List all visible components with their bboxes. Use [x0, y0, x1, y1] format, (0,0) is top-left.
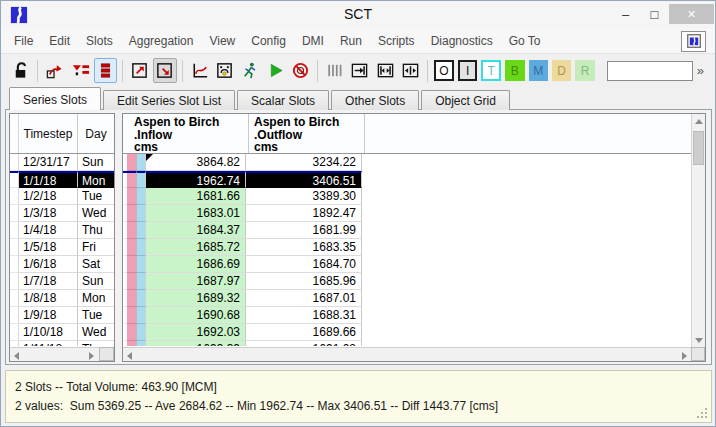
outflow-value-cell[interactable]: 3234.22	[246, 154, 362, 171]
timestep-cell[interactable]: 1/10/18	[19, 324, 78, 341]
close-button[interactable]: ×	[669, 4, 714, 24]
timestep-cell[interactable]: 1/3/18	[19, 205, 78, 222]
day-cell[interactable]: Thu	[78, 222, 114, 239]
timestep-column-header[interactable]: Timestep	[19, 114, 78, 153]
fit-column-both-button[interactable]	[373, 58, 396, 83]
value-row[interactable]: 3864.823234.22	[123, 154, 692, 171]
collapse-slot-button[interactable]	[153, 58, 176, 83]
plot-button[interactable]	[188, 58, 211, 83]
column-dividers-button[interactable]	[323, 58, 346, 83]
tab-edit-series-slot-list[interactable]: Edit Series Slot List	[103, 90, 235, 110]
shift-rows-button[interactable]	[43, 58, 66, 83]
inflow-value-cell[interactable]: 3864.82	[146, 154, 246, 171]
lock-button[interactable]	[9, 58, 32, 83]
menu-item-view[interactable]: View	[201, 30, 243, 52]
value-row[interactable]: 1962.743406.51	[123, 171, 692, 188]
output-flag-button[interactable]: O	[434, 60, 454, 81]
scroll-up-icon[interactable]	[692, 114, 705, 129]
timestep-row[interactable]: 1/7/18Sun	[10, 273, 114, 290]
value-row[interactable]: 1687.971685.96	[123, 273, 692, 290]
day-cell[interactable]: Fri	[78, 239, 114, 256]
values-hscrollbar[interactable]	[123, 347, 691, 361]
inflow-value-cell[interactable]: 1684.37	[146, 222, 246, 239]
value-row[interactable]: 1685.721683.35	[123, 239, 692, 256]
outflow-value-cell[interactable]: 1687.01	[246, 290, 362, 307]
timestep-cell[interactable]: 1/4/18	[19, 222, 78, 239]
timestep-row[interactable]: 1/9/18Tue	[10, 307, 114, 324]
menu-item-run[interactable]: Run	[332, 30, 370, 52]
timestep-row[interactable]: 1/2/18Tue	[10, 188, 114, 205]
tab-series-slots[interactable]: Series Slots	[9, 87, 101, 110]
inflow-value-cell[interactable]: 1962.74	[146, 171, 246, 188]
menu-item-file[interactable]: File	[6, 30, 41, 52]
value-row[interactable]: 1681.663389.30	[123, 188, 692, 205]
inflow-value-cell[interactable]: 1683.01	[146, 205, 246, 222]
inflow-value-cell[interactable]: 1685.72	[146, 239, 246, 256]
outflow-value-cell[interactable]: 3406.51	[246, 171, 362, 188]
timestep-cell[interactable]: 1/1/18	[19, 171, 78, 188]
menu-item-edit[interactable]: Edit	[41, 30, 78, 52]
resize-grip[interactable]	[705, 416, 707, 418]
abort-run-button[interactable]	[289, 58, 312, 83]
best-efficiency-flag-button[interactable]: B	[505, 60, 524, 81]
scroll-left-icon[interactable]	[10, 348, 24, 361]
timestep-row[interactable]: 1/11/18Thu	[10, 341, 114, 346]
input-flag-button[interactable]: I	[458, 60, 478, 81]
scroll-down-icon[interactable]	[692, 333, 705, 348]
expand-columns-button[interactable]	[399, 58, 422, 83]
row-display-button[interactable]	[94, 58, 117, 83]
inflow-value-cell[interactable]: 1693.39	[146, 341, 246, 346]
value-row[interactable]: 1683.011892.47	[123, 205, 692, 222]
menu-item-diagnostics[interactable]: Diagnostics	[423, 30, 501, 52]
value-row[interactable]: 1689.321687.01	[123, 290, 692, 307]
value-row[interactable]: 1690.681688.31	[123, 307, 692, 324]
outflow-value-cell[interactable]: 1685.96	[246, 273, 362, 290]
scroll-right-icon[interactable]	[677, 348, 691, 361]
timestep-row[interactable]: 12/31/17Sun	[10, 154, 114, 171]
toolbar-search-input[interactable]	[607, 61, 693, 81]
tab-other-slots[interactable]: Other Slots	[331, 90, 419, 110]
fit-column-right-button[interactable]	[348, 58, 371, 83]
menu-item-slots[interactable]: Slots	[78, 30, 121, 52]
timestep-cell[interactable]: 1/7/18	[19, 273, 78, 290]
values-vscrollbar[interactable]	[691, 114, 705, 348]
value-row[interactable]: 1693.391691.02	[123, 341, 692, 346]
expand-slot-button[interactable]	[128, 58, 151, 83]
inflow-value-cell[interactable]: 1689.32	[146, 290, 246, 307]
vscroll-thumb[interactable]	[693, 131, 704, 165]
inflow-value-cell[interactable]: 1692.03	[146, 324, 246, 341]
timestep-cell[interactable]: 1/2/18	[19, 188, 78, 205]
inflow-value-cell[interactable]: 1686.69	[146, 256, 246, 273]
timestep-row[interactable]: 1/10/18Wed	[10, 324, 114, 341]
menu-item-dmi[interactable]: DMI	[294, 30, 332, 52]
day-cell[interactable]: Sun	[78, 273, 114, 290]
timestep-cell[interactable]: 1/5/18	[19, 239, 78, 256]
outflow-value-cell[interactable]: 1689.66	[246, 324, 362, 341]
outflow-value-cell[interactable]: 1684.70	[246, 256, 362, 273]
day-cell[interactable]: Sat	[78, 256, 114, 273]
timestep-cell[interactable]: 1/6/18	[19, 256, 78, 273]
start-run-button[interactable]	[263, 58, 286, 83]
timestep-row[interactable]: 1/4/18Thu	[10, 222, 114, 239]
outflow-column-header[interactable]: Aspen to Birch .Outflow cms	[249, 114, 365, 153]
timestep-row[interactable]: 1/1/18Mon	[10, 171, 114, 188]
menu-item-aggregation[interactable]: Aggregation	[121, 30, 202, 52]
run-control-button[interactable]	[213, 58, 236, 83]
minimize-button[interactable]: –	[611, 4, 640, 24]
value-row[interactable]: 1692.031689.66	[123, 324, 692, 341]
toolbar-overflow-button[interactable]: »	[693, 63, 708, 78]
timestep-row[interactable]: 1/5/18Fri	[10, 239, 114, 256]
target-flag-button[interactable]: T	[481, 60, 501, 81]
day-cell[interactable]: Tue	[78, 188, 114, 205]
maximize-button[interactable]: □	[640, 4, 669, 24]
timestep-cell[interactable]: 12/31/17	[19, 154, 78, 171]
scroll-right-icon[interactable]	[84, 348, 98, 361]
rule-flag-button[interactable]: R	[575, 60, 594, 81]
timestep-row[interactable]: 1/3/18Wed	[10, 205, 114, 222]
tab-object-grid[interactable]: Object Grid	[421, 90, 510, 110]
riverware-workspace-button[interactable]	[681, 31, 706, 52]
menu-item-config[interactable]: Config	[243, 30, 294, 52]
outflow-value-cell[interactable]: 1892.47	[246, 205, 362, 222]
menu-item-go-to[interactable]: Go To	[501, 30, 549, 52]
timestep-cell[interactable]: 1/9/18	[19, 307, 78, 324]
